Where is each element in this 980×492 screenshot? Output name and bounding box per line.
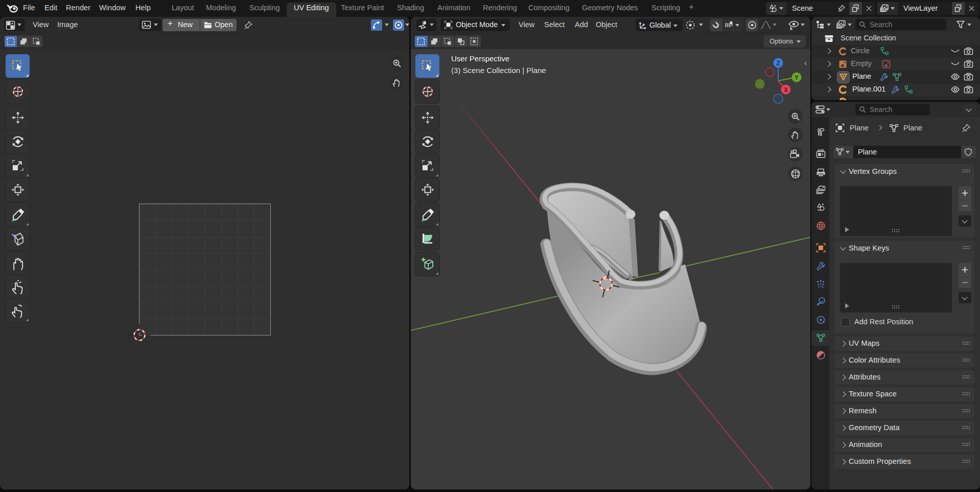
svg-text:Z: Z [776,60,780,67]
svg-text:X: X [784,86,788,94]
svg-text:Y: Y [795,74,799,81]
